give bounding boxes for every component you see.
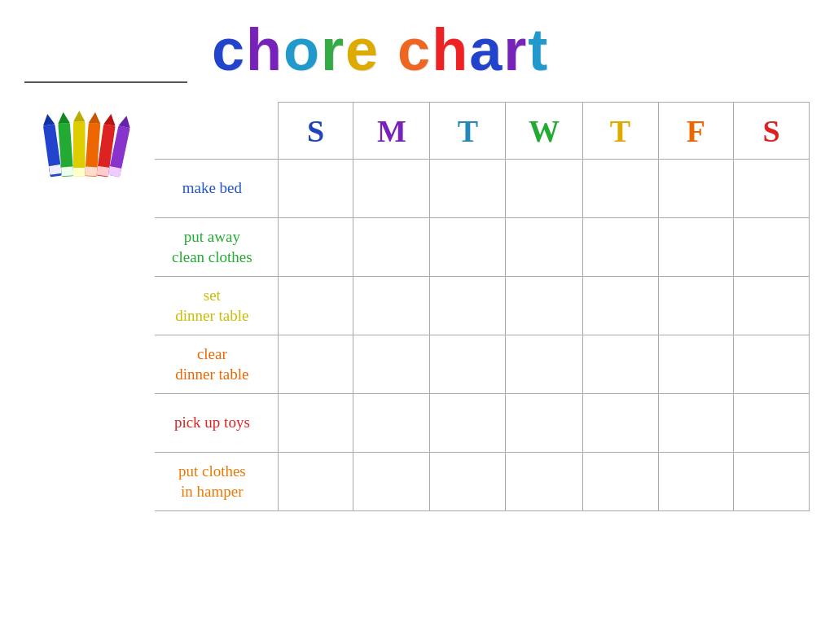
- check-cell-put-away-thu[interactable]: [582, 218, 658, 277]
- page: c h o r e c h a r t: [0, 0, 834, 644]
- check-cell-put-clothes-mon[interactable]: [353, 453, 430, 511]
- crayons-icon: [33, 110, 147, 191]
- check-cell-pick-up-sun[interactable]: [278, 394, 353, 453]
- title-letter-a: a: [469, 16, 502, 83]
- check-cell-set-dinner-thu[interactable]: [582, 277, 658, 335]
- chore-label-put-away: put awayclean clothes: [155, 218, 278, 277]
- check-cell-put-away-wed[interactable]: [506, 218, 582, 277]
- check-cell-set-dinner-sun[interactable]: [278, 277, 353, 335]
- header: c h o r e c h a r t: [24, 16, 810, 87]
- title-letter-e1: e: [345, 16, 378, 83]
- chore-row-set-dinner: setdinner table: [155, 277, 810, 335]
- day-header-thursday: T: [582, 103, 658, 160]
- chore-table: S M T W T F S make bed: [155, 102, 810, 511]
- svg-rect-12: [85, 166, 97, 176]
- check-cell-set-dinner-wed[interactable]: [506, 277, 582, 335]
- check-cell-clear-dinner-thu[interactable]: [582, 335, 658, 394]
- check-cell-put-away-sat[interactable]: [734, 218, 810, 277]
- svg-marker-14: [103, 113, 116, 126]
- check-cell-set-dinner-sat[interactable]: [734, 277, 810, 335]
- check-cell-put-clothes-wed[interactable]: [506, 453, 582, 511]
- check-cell-make-bed-sun[interactable]: [278, 160, 353, 218]
- check-cell-put-away-sun[interactable]: [278, 218, 353, 277]
- chore-label-put-clothes: put clothesin hamper: [155, 453, 278, 511]
- check-cell-make-bed-mon[interactable]: [353, 160, 430, 218]
- crayons-area: [24, 102, 155, 511]
- chore-row-pick-up-toys: pick up toys: [155, 394, 810, 453]
- svg-marker-1: [42, 113, 55, 126]
- day-header-tuesday: T: [430, 103, 506, 160]
- title-letter-h1: h: [246, 16, 282, 83]
- title-letter-r2: r: [503, 16, 526, 83]
- check-cell-put-away-tue[interactable]: [430, 218, 506, 277]
- check-cell-make-bed-fri[interactable]: [658, 160, 734, 218]
- chore-label-make-bed: make bed: [155, 160, 278, 218]
- chore-row-clear-dinner: cleardinner table: [155, 335, 810, 394]
- title-letter-r1: r: [321, 16, 344, 83]
- day-header-monday: M: [353, 103, 430, 160]
- check-cell-put-clothes-thu[interactable]: [582, 453, 658, 511]
- check-cell-pick-up-tue[interactable]: [430, 394, 506, 453]
- check-cell-clear-dinner-sat[interactable]: [734, 335, 810, 394]
- check-cell-put-clothes-sun[interactable]: [278, 453, 353, 511]
- check-cell-clear-dinner-tue[interactable]: [430, 335, 506, 394]
- check-cell-clear-dinner-fri[interactable]: [658, 335, 734, 394]
- svg-rect-9: [73, 168, 86, 177]
- check-cell-pick-up-fri[interactable]: [658, 394, 734, 453]
- check-cell-pick-up-sat[interactable]: [734, 394, 810, 453]
- svg-marker-11: [89, 112, 101, 124]
- title-letter-t: t: [528, 16, 547, 83]
- chore-label-clear-dinner: cleardinner table: [155, 335, 278, 394]
- check-cell-make-bed-thu[interactable]: [582, 160, 658, 218]
- check-cell-pick-up-wed[interactable]: [506, 394, 582, 453]
- day-header-wednesday: W: [506, 103, 582, 160]
- title-letter-o: o: [283, 16, 319, 83]
- title: c h o r e c h a r t: [212, 16, 547, 83]
- chore-label-pick-up-toys: pick up toys: [155, 394, 278, 453]
- check-cell-clear-dinner-mon[interactable]: [353, 335, 430, 394]
- check-cell-clear-dinner-sun[interactable]: [278, 335, 353, 394]
- title-letter-c2: c: [397, 16, 430, 83]
- svg-marker-5: [57, 112, 69, 124]
- check-cell-make-bed-tue[interactable]: [430, 160, 506, 218]
- check-cell-pick-up-mon[interactable]: [353, 394, 430, 453]
- svg-marker-8: [73, 111, 86, 122]
- check-cell-make-bed-wed[interactable]: [506, 160, 582, 218]
- empty-header-cell: [155, 103, 278, 160]
- check-cell-make-bed-sat[interactable]: [734, 160, 810, 218]
- chore-label-set-dinner: setdinner table: [155, 277, 278, 335]
- check-cell-put-away-fri[interactable]: [658, 218, 734, 277]
- chore-row-put-clothes: put clothesin hamper: [155, 453, 810, 511]
- days-header-row: S M T W T F S: [155, 103, 810, 160]
- check-cell-put-clothes-tue[interactable]: [430, 453, 506, 511]
- chore-row-put-away: put awayclean clothes: [155, 218, 810, 277]
- check-cell-pick-up-thu[interactable]: [582, 394, 658, 453]
- svg-rect-3: [49, 164, 62, 175]
- day-header-friday: F: [658, 103, 734, 160]
- title-letter-c1: c: [212, 16, 244, 83]
- table-container: S M T W T F S make bed: [24, 102, 810, 511]
- title-letter-h2: h: [432, 16, 467, 83]
- check-cell-set-dinner-tue[interactable]: [430, 277, 506, 335]
- check-cell-put-clothes-sat[interactable]: [734, 453, 810, 511]
- day-header-sunday: S: [278, 103, 353, 160]
- chore-row-make-bed: make bed: [155, 160, 810, 218]
- check-cell-set-dinner-fri[interactable]: [658, 277, 734, 335]
- check-cell-set-dinner-mon[interactable]: [353, 277, 430, 335]
- svg-rect-15: [96, 166, 109, 177]
- name-line[interactable]: [24, 59, 187, 83]
- check-cell-clear-dinner-wed[interactable]: [506, 335, 582, 394]
- svg-rect-6: [61, 166, 73, 176]
- title-space: [380, 16, 396, 83]
- day-header-saturday: S: [734, 103, 810, 160]
- check-cell-put-clothes-fri[interactable]: [658, 453, 734, 511]
- check-cell-put-away-mon[interactable]: [353, 218, 430, 277]
